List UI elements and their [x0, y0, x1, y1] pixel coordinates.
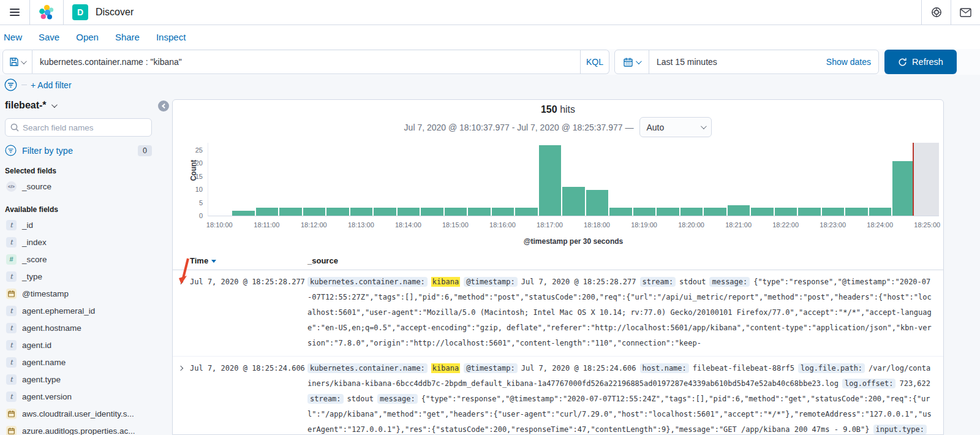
source-value: 723,622 — [899, 379, 930, 388]
field-item-_id[interactable]: t_id — [5, 216, 172, 233]
field-search-input[interactable] — [23, 123, 146, 132]
histogram-bar[interactable] — [892, 161, 914, 216]
histogram-bar[interactable] — [374, 208, 396, 216]
time-range-value[interactable]: Last 15 minutes — [649, 57, 717, 67]
histogram-bar[interactable] — [445, 208, 467, 216]
discover-app-badge[interactable]: D — [72, 4, 88, 20]
histogram-bar[interactable] — [657, 208, 679, 216]
histogram-bar[interactable] — [398, 208, 420, 216]
field-item-agent.ephemeral_id[interactable]: tagent.ephemeral_id — [5, 302, 172, 319]
field-name: agent.type — [22, 375, 61, 384]
column-header-time[interactable]: Time — [190, 256, 307, 265]
histogram-bucket — [279, 143, 302, 216]
field-item-agent.hostname[interactable]: tagent.hostname — [5, 319, 172, 336]
histogram-bar[interactable] — [609, 208, 631, 216]
histogram-bar[interactable] — [562, 187, 584, 216]
date-quick-select-button[interactable] — [615, 50, 649, 74]
histogram-bar[interactable] — [279, 208, 301, 216]
histogram-bar[interactable] — [350, 208, 372, 216]
field-item-_score[interactable]: #_score — [5, 251, 172, 268]
histogram-bar[interactable] — [633, 208, 655, 216]
histogram-bar[interactable] — [586, 190, 608, 216]
time-cell: Jul 7, 2020 @ 18:25:24.606 — [190, 361, 307, 435]
histogram-bar[interactable] — [256, 208, 278, 216]
histogram-bar[interactable] — [303, 208, 325, 216]
histogram-bucket — [633, 143, 656, 216]
nav-link-share[interactable]: Share — [115, 32, 140, 42]
field-item-agent.type[interactable]: tagent.type — [5, 371, 172, 388]
string-field-type-icon: t — [6, 392, 17, 402]
saved-query-menu-button[interactable] — [2, 50, 32, 74]
help-lifebuoy-icon — [931, 7, 942, 18]
hits-count: 150 — [541, 104, 557, 115]
query-input[interactable] — [32, 57, 580, 67]
source-field-badge: stream: — [307, 394, 344, 404]
histogram-bar[interactable] — [492, 208, 514, 216]
histogram-bar[interactable] — [539, 145, 561, 216]
histogram-bar[interactable] — [326, 208, 349, 216]
filter-icon[interactable] — [4, 78, 17, 91]
source-field-type-icon: </> — [6, 181, 17, 192]
histogram-bar[interactable] — [704, 208, 726, 216]
histogram-bar[interactable] — [751, 208, 773, 216]
field-item-@timestamp[interactable]: @timestamp — [5, 285, 172, 302]
filter-by-type-button[interactable]: Filter by type 0 — [5, 145, 152, 156]
field-item-aws.cloudtrail.user_identity.s...[interactable]: aws.cloudtrail.user_identity.s... — [5, 405, 172, 422]
nav-link-inspect[interactable]: Inspect — [156, 32, 186, 42]
elastic-logo[interactable] — [29, 0, 63, 25]
interval-select[interactable]: Auto — [639, 117, 712, 137]
field-item-agent.version[interactable]: tagent.version — [5, 388, 172, 405]
histogram-bar[interactable] — [822, 208, 844, 216]
index-pattern-label: filebeat-* — [5, 100, 47, 111]
hamburger-menu-icon[interactable] — [0, 0, 29, 25]
x-tick: 18:19:00 — [631, 221, 657, 229]
histogram-bar[interactable] — [421, 208, 443, 216]
source-field-badge: host.name: — [640, 363, 689, 373]
field-item-_type[interactable]: t_type — [5, 268, 172, 285]
histogram-bucket — [586, 143, 609, 216]
y-tick: 10 — [184, 186, 203, 193]
query-language-button[interactable]: KQL — [580, 50, 609, 74]
nav-link-open[interactable]: Open — [76, 32, 99, 42]
field-item-_source[interactable]: </>_source — [5, 178, 172, 195]
nav-link-new[interactable]: New — [4, 32, 22, 42]
search-icon — [10, 123, 19, 132]
histogram-bucket — [467, 143, 491, 216]
histogram-bar[interactable] — [232, 211, 254, 216]
histogram-bar[interactable] — [515, 208, 537, 216]
histogram-bucket — [373, 143, 396, 216]
source-cell: kubernetes.container.name:kibana@timesta… — [307, 274, 937, 351]
field-item-azure.auditlogs.properties.ac...[interactable]: azure.auditlogs.properties.ac... — [5, 422, 172, 435]
expand-row-button[interactable] — [175, 362, 186, 374]
histogram-bar[interactable] — [775, 208, 797, 216]
histogram-bar[interactable] — [680, 208, 703, 216]
field-name: agent.version — [22, 392, 72, 401]
index-pattern-switcher[interactable]: filebeat-* — [5, 100, 56, 111]
histogram-bar[interactable] — [845, 208, 867, 216]
histogram-bars — [208, 143, 939, 216]
newsfeed-button[interactable] — [951, 0, 980, 25]
help-button[interactable] — [921, 0, 951, 25]
show-dates-button[interactable]: Show dates — [826, 57, 878, 67]
field-item-agent.id[interactable]: tagent.id — [5, 336, 172, 354]
histogram-bar[interactable] — [798, 208, 820, 216]
date-field-type-icon — [6, 409, 17, 419]
collapse-sidebar-button[interactable] — [158, 100, 169, 112]
string-field-type-icon: t — [6, 271, 17, 282]
field-item-_index[interactable]: t_index — [5, 233, 172, 251]
x-tick: 18:16:00 — [489, 221, 516, 229]
refresh-button[interactable]: Refresh — [884, 50, 957, 74]
nav-link-save[interactable]: Save — [39, 32, 59, 42]
string-field-type-icon: t — [6, 374, 17, 385]
date-field-type-icon — [6, 289, 17, 299]
histogram-bar[interactable] — [869, 208, 891, 216]
histogram-bar[interactable] — [728, 205, 750, 216]
document-row: Jul 7, 2020 @ 18:25:28.277kubernetes.con… — [173, 270, 943, 357]
x-tick: 18:25:00 — [914, 221, 940, 229]
field-item-agent.name[interactable]: tagent.name — [5, 354, 172, 371]
add-filter-button[interactable]: + Add filter — [31, 80, 72, 90]
histogram-bucket — [703, 143, 726, 216]
source-field-badge: log.offset: — [842, 379, 895, 388]
source-field-badge: kubernetes.container.name: — [307, 363, 428, 373]
histogram-bar[interactable] — [468, 208, 490, 216]
